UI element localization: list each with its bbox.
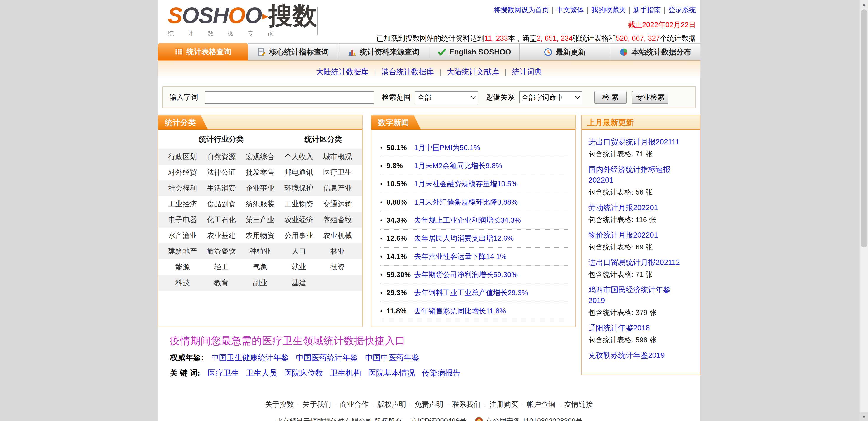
category-link[interactable]: 个人收入 [279, 152, 318, 162]
category-link[interactable]: 邮电通讯 [279, 167, 318, 177]
footer-link[interactable]: 免责声明 [414, 400, 443, 408]
category-link[interactable]: 副业 [241, 278, 279, 288]
scrollbar-thumb[interactable] [861, 9, 867, 248]
footer-link[interactable]: 版权声明 [377, 400, 406, 408]
logic-select[interactable]: 全部字词命中 [519, 91, 582, 103]
update-title-link[interactable]: 辽阳统计年鉴2018 [588, 322, 686, 333]
advanced-search-button[interactable]: 专业检索 [632, 91, 669, 104]
yearbook-link[interactable]: 中国医药统计年鉴 [296, 353, 358, 362]
category-link[interactable]: 旅游餐饮 [202, 246, 241, 256]
tab-source-search[interactable]: 统计资料来源查询 [338, 43, 429, 60]
category-link[interactable]: 人口 [279, 246, 318, 256]
category-link[interactable]: 林业 [318, 246, 357, 256]
update-title-link[interactable]: 进出口贸易统计月报202111 [588, 136, 686, 147]
yearbook-link[interactable]: 中国中医药年鉴 [365, 353, 419, 362]
scroll-up-arrow-icon[interactable]: ▲ [860, 0, 868, 9]
top-link[interactable]: 将搜数网设为首页 [493, 6, 549, 13]
category-link[interactable]: 农业经济 [279, 215, 318, 225]
category-link[interactable]: 第三产业 [241, 215, 279, 225]
footer-link[interactable]: 帐户查询 [527, 400, 555, 408]
tab-table-search[interactable]: 统计表格查询 [158, 43, 248, 60]
update-title-link[interactable]: 进出口贸易统计月报202112 [588, 257, 686, 268]
category-link[interactable]: 种植业 [241, 246, 279, 256]
category-link[interactable]: 农业机械 [318, 231, 357, 240]
category-link[interactable]: 宏观综合 [241, 152, 279, 162]
category-link[interactable]: 化工石化 [202, 215, 241, 225]
category-link[interactable]: 法律公证 [202, 167, 241, 177]
category-link[interactable]: 对外经贸 [163, 167, 202, 177]
news-link[interactable]: 1月末外汇储备规模环比降0.88% [414, 197, 518, 207]
category-link[interactable]: 教育 [202, 278, 241, 288]
subnav-link[interactable]: 大陆统计文献库 [447, 67, 499, 77]
category-link[interactable]: 医疗卫生 [318, 167, 357, 177]
category-link[interactable]: 环境保护 [279, 183, 318, 193]
top-link[interactable]: 新手指南 [633, 6, 661, 13]
footer-link[interactable]: 注册购买 [489, 400, 518, 408]
news-link[interactable]: 去年饲料工业工业总产值增长29.3% [414, 288, 528, 298]
keyword-link[interactable]: 医院基本情况 [368, 368, 415, 377]
top-link[interactable]: 登录系统 [668, 6, 696, 13]
news-link[interactable]: 去年居民人均消费支出增12.6% [414, 233, 514, 243]
category-link[interactable]: 行政区划 [163, 152, 202, 162]
category-link[interactable]: 就业 [279, 262, 318, 272]
category-link[interactable]: 农业基建 [202, 231, 241, 240]
category-link[interactable]: 气象 [241, 262, 279, 272]
category-link[interactable]: 公用事业 [279, 231, 318, 240]
yearbook-link[interactable]: 中国卫生健康统计年鉴 [211, 353, 289, 362]
top-link[interactable]: 中文繁体 [556, 6, 584, 13]
scroll-down-arrow-icon[interactable]: ▼ [860, 413, 868, 421]
category-link[interactable]: 自然资源 [202, 152, 241, 162]
tab-latest-updates[interactable]: 最新更新 [520, 43, 610, 60]
news-link[interactable]: 1月中国PMI为50.1% [414, 143, 480, 153]
subnav-link[interactable]: 统计词典 [512, 67, 542, 77]
category-link[interactable]: 交通运输 [318, 199, 357, 209]
update-title-link[interactable]: 国内外经济统计指标速报202201 [588, 164, 686, 186]
scope-select[interactable]: 全部 [415, 91, 478, 103]
category-link[interactable]: 轻工 [202, 262, 241, 272]
footer-link[interactable]: 商业合作 [340, 400, 369, 408]
category-link[interactable]: 工业物资 [279, 199, 318, 209]
vertical-scrollbar[interactable]: ▲ ▼ [859, 0, 868, 421]
keyword-link[interactable]: 医院床位数 [284, 368, 323, 377]
tab-data-distribution[interactable]: 本站统计数据分布 [610, 43, 700, 60]
news-link[interactable]: 1月末社会融资规模存量增10.5% [414, 179, 518, 189]
keyword-link[interactable]: 卫生机构 [330, 368, 361, 377]
category-link[interactable]: 企业事业 [241, 183, 279, 193]
update-title-link[interactable]: 物价统计月报202201 [588, 230, 686, 240]
search-button[interactable]: 检 索 [594, 91, 627, 104]
category-link[interactable]: 养殖畜牧 [318, 215, 357, 225]
keyword-link[interactable]: 传染病报告 [422, 368, 461, 377]
update-title-link[interactable]: 鸡西市国民经济统计年鉴2019 [588, 284, 686, 306]
category-link[interactable]: 食品副食 [202, 199, 241, 209]
news-link[interactable]: 去年营业性客运量下降14.1% [414, 252, 506, 261]
update-title-link[interactable]: 劳动统计月报202201 [588, 202, 686, 213]
footer-link[interactable]: 友情链接 [564, 400, 593, 408]
category-link[interactable]: 纺织服装 [241, 199, 279, 209]
subnav-link[interactable]: 大陆统计数据库 [316, 67, 368, 77]
tab-english-soshoo[interactable]: English SOSHOO [429, 43, 520, 60]
category-link[interactable]: 城市概况 [318, 152, 357, 162]
category-link[interactable]: 信息产业 [318, 183, 357, 193]
category-link[interactable]: 投资 [318, 262, 357, 272]
keyword-link[interactable]: 卫生人员 [246, 368, 277, 377]
category-link[interactable]: 批发零售 [241, 167, 279, 177]
category-link[interactable]: 水产渔业 [163, 231, 202, 240]
category-link[interactable]: 社会福利 [163, 183, 202, 193]
category-link[interactable]: 工业经济 [163, 199, 202, 209]
footer-link[interactable]: 关于搜数 [265, 400, 294, 408]
category-link[interactable]: 能源 [163, 262, 202, 272]
category-link[interactable]: 基建 [279, 278, 318, 288]
footer-link[interactable]: 联系我们 [452, 400, 481, 408]
category-link[interactable]: 建筑地产 [163, 246, 202, 256]
category-link[interactable]: 农用物资 [241, 231, 279, 240]
news-link[interactable]: 1月末M2余额同比增长9.8% [414, 161, 502, 171]
news-link[interactable]: 去年期货公司净利润增长59.30% [414, 270, 518, 280]
update-title-link[interactable]: 克孜勒苏统计年鉴2019 [588, 350, 686, 361]
news-link[interactable]: 去年规上工业企业利润增长34.3% [414, 215, 521, 225]
keyword-link[interactable]: 医疗卫生 [208, 368, 239, 377]
news-link[interactable]: 去年销售彩票同比增长11.8% [414, 306, 506, 316]
category-link[interactable]: 电子电器 [163, 215, 202, 225]
search-input[interactable] [205, 91, 374, 104]
footer-link[interactable]: 关于我们 [303, 400, 331, 408]
logo[interactable]: SOSHOO 搜数 统 计 数 据 专 家 [168, 3, 317, 37]
